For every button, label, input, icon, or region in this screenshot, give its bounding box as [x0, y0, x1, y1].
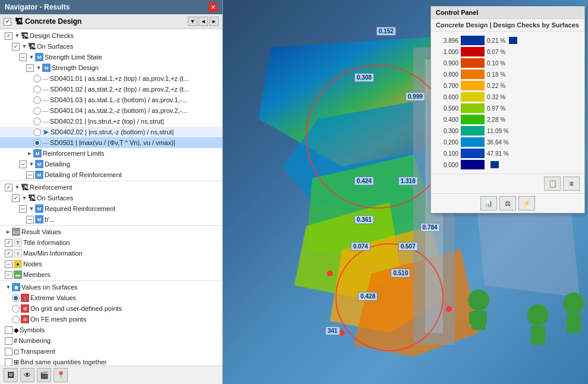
dc-expand[interactable]: ▼	[14, 32, 21, 39]
cp-settings-btn[interactable]: ≡	[563, 177, 580, 191]
tree-item-design-checks[interactable]: ▼ 🏗 Design Checks	[0, 30, 222, 41]
det-checkbox[interactable]	[19, 160, 27, 168]
tree-item-on-surfaces-2[interactable]: ▼ 🏗 On Surfaces	[0, 193, 222, 203]
tree-item-reinf-limits[interactable]: ► M Reinforcement Limits	[0, 148, 222, 159]
sd-expand[interactable]: ▼	[35, 64, 42, 71]
sd0402-01-radio[interactable]	[33, 118, 41, 125]
tree-item-members[interactable]: ▬ Members	[0, 269, 222, 280]
trans-checkbox[interactable]	[5, 348, 12, 355]
tree-item-reinforcement[interactable]: ▼ 🏗 Reinforcement	[0, 182, 222, 193]
cp-export-btn[interactable]: 📋	[544, 177, 561, 191]
tree-item-numbering[interactable]: # Numbering	[0, 335, 222, 346]
visibility-btn[interactable]: 👁	[20, 368, 34, 382]
dc-checkbox[interactable]	[5, 32, 12, 40]
tree-item-on-grid-user[interactable]: ⊞ On grid and user-defined points	[0, 303, 222, 314]
tree-item-nodes[interactable]: ● Nodes	[0, 259, 222, 269]
sls-expand[interactable]: ▼	[28, 53, 35, 61]
strength-limit-label: Strength Limit State	[45, 53, 102, 61]
sd0401-01-radio[interactable]	[33, 75, 41, 83]
svg-rect-19	[469, 312, 475, 324]
tree-item-bind-same[interactable]: ⊞ Bind same quantities together	[0, 357, 222, 366]
reinf-checkbox[interactable]	[5, 184, 12, 191]
tree-item-strength-limit[interactable]: ▼ M Strength Limit State	[0, 52, 222, 62]
os2-checkbox[interactable]	[12, 194, 20, 202]
tree-item-extreme-values[interactable]: ↕ Extreme Values	[0, 292, 222, 303]
os2-expand[interactable]: ▼	[21, 194, 28, 202]
legend-row: 0.9000.10 %	[436, 58, 580, 68]
tree-item-symbols[interactable]: ◆ Symbols	[0, 325, 222, 335]
add-checkbox[interactable]	[26, 216, 34, 224]
rr-checkbox[interactable]	[19, 205, 27, 213]
vos-expand[interactable]: ▼	[5, 284, 12, 291]
cp-scale-btn[interactable]: ⚖	[499, 196, 516, 210]
tree-item-additional[interactable]: M b'...	[0, 214, 222, 225]
detailing-of-reinf-label: Detailing of Reinforcement	[45, 171, 122, 178]
os-checkbox[interactable]	[12, 43, 20, 51]
tree-item-title-info[interactable]: T Title Information	[0, 237, 222, 248]
tree-container[interactable]: ▼ 🏗 Design Checks ▼ 🏗 On Surfaces ▼ M St…	[0, 29, 222, 366]
nav-header: 🏗 Concrete Design ▼ ◄ ►	[0, 14, 222, 29]
num-checkbox[interactable]	[5, 337, 12, 345]
ev-radio[interactable]	[12, 294, 20, 302]
required-reinf-label: Required Reinforcement	[45, 205, 115, 212]
bs-checkbox[interactable]	[5, 358, 12, 366]
legend-color-swatch	[461, 126, 485, 136]
cp-action-btn[interactable]: ⚡	[518, 196, 535, 210]
rl-expand[interactable]: ►	[26, 150, 33, 157]
options-btn[interactable]: ►	[209, 17, 219, 26]
os-expand[interactable]: ▼	[21, 43, 28, 50]
ti-checkbox[interactable]	[5, 239, 12, 247]
sd0501-radio[interactable]	[33, 139, 41, 147]
mem-checkbox[interactable]	[5, 271, 12, 279]
sd0401-03-radio[interactable]	[33, 96, 41, 104]
tree-item-transparent[interactable]: ◻ Transparent	[0, 346, 222, 357]
ogu-radio[interactable]	[12, 305, 20, 313]
tree-item-result-values[interactable]: ► x,x Result Values	[0, 226, 222, 237]
sd-checkbox[interactable]	[26, 64, 34, 72]
sls-checkbox[interactable]	[19, 53, 27, 61]
rv-expand[interactable]: ►	[5, 228, 12, 235]
dor-checkbox[interactable]	[26, 171, 34, 179]
tree-item-sd0402-02[interactable]: ➤ SD0402.02 | |ns,strut,-z (bottom) / ns…	[0, 127, 222, 137]
nodes-checkbox[interactable]	[5, 260, 12, 268]
tree-item-sd0402-01[interactable]: — SD0402.01 | |ns,strut,+z (top) / ns,st…	[0, 116, 222, 127]
val-0428: 0.428	[358, 292, 378, 301]
det-expand[interactable]: ▼	[28, 160, 35, 168]
sd0402-01-label: SD0402.01 | |ns,strut,+z (top) / ns,stru…	[50, 118, 164, 125]
tree-item-values-on-surfaces[interactable]: ▼ ◼ Values on Surfaces	[0, 282, 222, 292]
display-btn[interactable]: 🖼	[4, 368, 18, 382]
detailing-label: Detailing	[45, 160, 70, 168]
tree-item-sd0401-04[interactable]: — SD0401.04 | as,stat.2,-z (bottom) / as…	[0, 105, 222, 116]
tree-item-detailing-of-reinf[interactable]: M Detailing of Reinforcement	[0, 169, 222, 180]
legend-pct: 0.10 %	[487, 60, 505, 67]
tree-item-on-fe-mesh[interactable]: ⊞ On FE mesh points	[0, 314, 222, 325]
tree-item-sd0501[interactable]: — SD0501 | |max(vu / (Φv,T * Vn), vu / v…	[0, 137, 222, 148]
render-btn[interactable]: 🎬	[37, 368, 51, 382]
tree-item-sd0401-02[interactable]: — SD0401.02 | as,stat.2,+z (top) / as,pr…	[0, 84, 222, 95]
tree-item-maxmin-info[interactable]: ↕ Max/Min Information	[0, 248, 222, 259]
cp-bottom-icons: 📋 ≡	[431, 174, 584, 193]
rr-expand[interactable]: ▼	[28, 205, 35, 212]
sd0401-04-radio[interactable]	[33, 107, 41, 115]
sd0401-02-radio[interactable]	[33, 86, 41, 93]
reinf-expand[interactable]: ▼	[14, 184, 21, 191]
expand-btn[interactable]: ▼	[188, 17, 197, 26]
collapse-btn[interactable]: ◄	[199, 17, 208, 26]
ofm-radio[interactable]	[12, 316, 20, 323]
tree-item-sd0401-01[interactable]: — SD0401.01 | as,stat.1,+z (top) / as,pr…	[0, 73, 222, 84]
legend-pct: 2.28 %	[487, 117, 505, 123]
pin-btn[interactable]: 📍	[54, 368, 68, 382]
header-checkbox[interactable]	[4, 18, 11, 26]
tree-item-detailing[interactable]: ▼ M Detailing	[0, 159, 222, 169]
cp-chart-btn[interactable]: 📊	[480, 196, 497, 210]
sym-checkbox[interactable]	[5, 326, 12, 334]
mmi-checkbox[interactable]	[5, 250, 12, 257]
title-info-label: Title Information	[23, 239, 70, 246]
tree-item-strength-design[interactable]: ▼ M Strength Design	[0, 62, 222, 73]
close-button[interactable]: ✕	[208, 2, 218, 12]
tree-item-sd0401-03[interactable]: — SD0401.03 | as,stat.1,-z (bottom) / as…	[0, 95, 222, 105]
tree-item-required-reinf[interactable]: ▼ M Required Reinforcement	[0, 203, 222, 214]
numbering-label: Numbering	[18, 337, 51, 344]
sd0402-02-radio[interactable]	[33, 128, 41, 136]
tree-item-on-surfaces[interactable]: ▼ 🏗 On Surfaces	[0, 41, 222, 52]
